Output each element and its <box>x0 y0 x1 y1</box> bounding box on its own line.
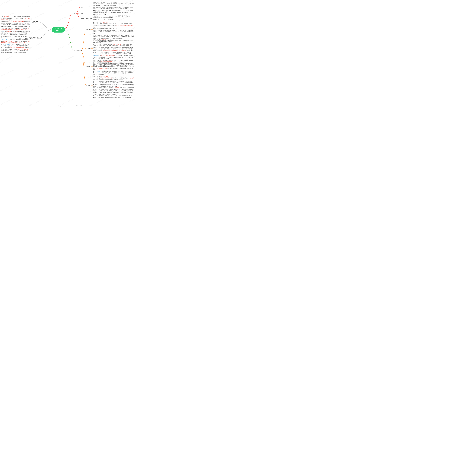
branch-risk[interactable]: 降低未授权访问风险 <box>81 17 92 19</box>
branch-example[interactable]: 示例 <box>81 13 83 15</box>
footer-credit: 作者：@CodingTechWork | 来自：知犀思维导图 <box>0 105 139 107</box>
mindmap-canvas: (function(){ var wm=document.currentScri… <box>0 0 139 107</box>
branch-behavior[interactable]: 行为因子 <box>86 85 91 87</box>
root-line1: 双因子认证 <box>54 28 62 30</box>
leaf-example: 1. 银行账密+短信验证码：网上银行应用程序要求用户输入密码和通过短信发送到手机… <box>93 12 134 17</box>
branch-factor-types[interactable]: 认证因子类型 <box>74 50 82 51</box>
branch-intro[interactable]: 介绍 <box>73 12 75 14</box>
root-line2: （2FA） <box>55 30 61 32</box>
branch-inherent[interactable]: 固有因子 <box>86 66 91 68</box>
branch-knowledge[interactable]: 知识因子 <box>86 29 91 31</box>
leaf-sso: 1. SSO：单点登录 (SSO) 是一种认证方法，允许用户通过一组登录凭证访问… <box>1 31 30 53</box>
leaf-risk: 1. 黑客需要破解的不仅是一个而是两个因子。 2. 2FA 需要的至少一个因子比… <box>93 17 134 20</box>
branch-passwordless[interactable]: 无密码2FA <box>32 21 38 23</box>
leaf-passwordless: 1. 由于被泄露的知识因子是网络安全漏洞中最常见的初始攻击媒介，因此许多组织都在… <box>1 16 30 32</box>
leaf-behavior: 1. 行为因子即为用户所做的事情。2. 行为因子是根据行为模式验证用户身份的数字… <box>93 76 134 98</box>
leaf-concept: 1. 双因子认证 (2FA)，顾名思义，2 个因子进行认证。 2. 2FA是一种… <box>93 1 134 13</box>
root-node[interactable]: 双因子认证 （2FA） <box>52 27 65 33</box>
branch-possession[interactable]: 占有因子 <box>86 48 91 49</box>
leaf-inherent: 1. 固有因子即为用户作为人所独有的特征。2. 固有因子（也称为生物特征）是用户… <box>93 61 134 75</box>
branch-concept[interactable]: 概念 <box>81 6 83 8</box>
